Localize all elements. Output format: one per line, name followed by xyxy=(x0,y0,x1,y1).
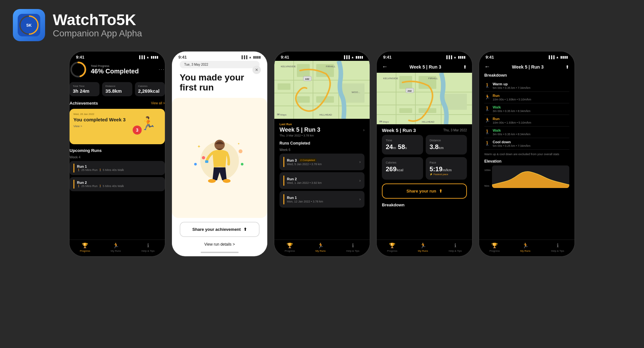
svg-text:FIRHILL: FIRHILL xyxy=(428,77,438,80)
progress-header: Total Progress 46% Completed ··· xyxy=(70,61,165,78)
svg-point-15 xyxy=(194,163,197,165)
view-run-details[interactable]: View run details > xyxy=(180,240,260,249)
achievement-big-title: You made your first run xyxy=(180,73,260,93)
run-list-item-2[interactable]: Run 2 Wed, 1 Jan 2022 • 3.92 km › xyxy=(279,172,365,189)
tab-progress-5[interactable]: 🏆 Progress xyxy=(489,242,500,252)
date-pill: Tue, 3 May 2022 xyxy=(180,61,260,68)
tab-progress-3[interactable]: 🏆 Progress xyxy=(285,242,295,252)
share-run-icon: ⬆ xyxy=(439,189,442,193)
tab-my-runs-3[interactable]: 🏃 My Runs xyxy=(316,242,326,252)
breakdown-warmup: 🚶 Warm up 5m 00s • 0.35 km • 7:34m/km xyxy=(484,80,569,92)
achievement-card[interactable]: Wed, 26 Jan 2022 You completed Week 3 Vi… xyxy=(70,109,165,144)
run-list-item-1[interactable]: Run 3 2 Completed Wed, 5 Jan 2022 • 3.78… xyxy=(279,154,365,170)
app-title-group: WatchTo5K Companion App Alpha xyxy=(53,12,142,39)
nav-header-4: ← Week 5 | Run 3 ⬆ xyxy=(377,61,472,73)
svg-rect-47 xyxy=(399,108,412,113)
screen-my-runs: 9:41 ▐▐▐ ▲ ▮▮▮▮ xyxy=(274,52,370,256)
elevation-chart xyxy=(492,165,569,188)
tab-my-runs-1[interactable]: 🏃 My Runs xyxy=(111,242,121,252)
svg-text:✦: ✦ xyxy=(197,144,201,149)
status-bar-2: 9:41 ▐▐▐ ▲ ▮▮▮▮ xyxy=(172,52,267,61)
stat-calories: Calories 2,269kcal xyxy=(135,82,165,96)
back-button-5[interactable]: ← xyxy=(484,63,490,70)
share-run-button[interactable]: Share your run ⬆ xyxy=(382,183,467,199)
breakdown-run-1: 🏃 Run 10m 00s • 1.93km • 5:10m/km xyxy=(484,92,569,103)
run-item-1[interactable]: Run 1 🚶 25 Mins Run 🚶 5 Mins 40s Walk xyxy=(70,161,165,175)
runner-illustration: ✦ ✦ · xyxy=(172,98,267,218)
svg-point-9 xyxy=(223,179,231,183)
svg-text:A82: A82 xyxy=(305,78,309,80)
tab-bar-5: 🏆 Progress 🏃 My Runs ℹ Help & Tips xyxy=(479,240,574,256)
phone-breakdown: 9:41 ▐▐▐ ▲ ▮▮▮▮ ← Week 5 | Run 3 ⬆ Break… xyxy=(478,51,575,257)
progress-content: Total Progress 46% Completed ··· Total T… xyxy=(70,61,165,193)
svg-text:✦: ✦ xyxy=(237,142,240,146)
phone-my-runs: 9:41 ▐▐▐ ▲ ▮▮▮▮ xyxy=(274,51,370,257)
breakdown-cooldown: 🚶 Cool down 5m 00s • 0.25 km • 7:34m/km xyxy=(484,138,569,150)
share-button-4[interactable]: ⬆ xyxy=(463,64,467,70)
breakdown-walk-1: 🚶 Walk 3m 00s • 0.35 km • 8:34m/km xyxy=(484,103,569,115)
svg-rect-28 xyxy=(297,96,310,103)
phone-run-detail: 9:41 ▐▐▐ ▲ ▮▮▮▮ ← Week 5 | Run 3 ⬆ xyxy=(376,51,473,257)
tab-my-runs-4[interactable]: 🏃 My Runs xyxy=(418,242,428,252)
svg-point-16 xyxy=(241,163,243,165)
tab-bar-3: 🏆 Progress 🏃 My Runs ℹ Help & Tips xyxy=(274,240,370,256)
tab-help-1[interactable]: ℹ Help & Tips xyxy=(141,242,155,252)
dots-menu[interactable]: ··· xyxy=(159,67,165,72)
phone-progress: 9:41 ▐▐▐ ▲ ▮▮▮▮ Total Pro xyxy=(69,51,166,257)
app-header: 5K WatchTo5K Companion App Alpha xyxy=(0,0,644,48)
stat-distance: Distance 3.8km xyxy=(426,135,467,155)
breakdown-section-4: Breakdown xyxy=(377,202,472,210)
stat-calories: Calories 269kcal xyxy=(382,157,423,180)
tab-help-4[interactable]: ℹ Help & Tips xyxy=(449,242,462,252)
last-run-chevron[interactable]: › xyxy=(363,128,365,132)
screen-run-detail: 9:41 ▐▐▐ ▲ ▮▮▮▮ ← Week 5 | Run 3 ⬆ xyxy=(377,52,472,256)
runs-completed: Runs Completed Week 6 Run 3 2 Completed … xyxy=(274,141,370,240)
tab-bar-4: 🏆 Progress 🏃 My Runs ℹ Help & Tips xyxy=(377,240,472,256)
svg-text:A82: A82 xyxy=(408,90,412,92)
breakdown-run-2: 🏃 Run 10m 00s • 1.93km • 5:10m/km xyxy=(484,115,569,127)
status-bar-1: 9:41 ▐▐▐ ▲ ▮▮▮▮ xyxy=(70,52,165,61)
svg-text:🗺 Maps: 🗺 Maps xyxy=(277,113,287,116)
svg-rect-49 xyxy=(444,94,467,110)
home-indicator xyxy=(201,252,239,253)
achievements-header: Achievements View all > xyxy=(70,101,165,106)
status-bar-4: 9:41 ▐▐▐ ▲ ▮▮▮▮ xyxy=(377,52,472,61)
nav-header-5: ← Week 5 | Run 3 ⬆ xyxy=(479,61,574,73)
share-achievement-button[interactable]: Share your achievement ⬆ xyxy=(180,222,260,237)
elevation-section: Elevation 100m 50m xyxy=(484,159,569,188)
screen-progress: 9:41 ▐▐▐ ▲ ▮▮▮▮ Total Pro xyxy=(70,52,165,256)
close-button[interactable]: ✕ xyxy=(252,66,261,74)
run-info-row: Week 5 | Run 3 Thu, 3 Mar 2022 xyxy=(377,124,472,135)
svg-point-17 xyxy=(239,149,242,153)
breakdown-list: Breakdown 🚶 Warm up 5m 00s • 0.35 km • 7… xyxy=(479,73,574,240)
run-stats-grid: Time 24m 58s Distance 3.8km Calories 269 xyxy=(377,135,472,180)
screen-achievement: 9:41 ▐▐▐ ▲ ▮▮▮▮ ✕ Tue, 3 May 2022 You ma… xyxy=(172,52,267,256)
svg-rect-10 xyxy=(205,160,208,163)
app-subtitle: Companion App Alpha xyxy=(53,28,142,39)
run-item-2[interactable]: Run 2 🚶 25 Mins Run 🚶 5 Mins 40s Walk xyxy=(70,177,165,191)
map-area-4: A82 KELVINSIDE FIRHILL HILLHEAD 🗺 Maps xyxy=(377,73,472,124)
run-list-item-3[interactable]: Run 1 Mon, 12 Jan 2022 • 3.78 km › xyxy=(279,191,365,208)
share-button-5[interactable]: ⬆ xyxy=(565,64,569,70)
stats-row: Total Time 3h 24m Distance 35.8km Calori… xyxy=(70,82,165,96)
svg-text:WOO...: WOO... xyxy=(352,91,360,94)
stat-time: Time 24m 58s xyxy=(382,135,423,155)
tab-progress-1[interactable]: 🏆 Progress xyxy=(80,242,90,252)
tab-help-3[interactable]: ℹ Help & Tips xyxy=(346,242,359,252)
svg-rect-27 xyxy=(278,83,290,90)
svg-point-14 xyxy=(202,156,205,159)
achievement-screen: Tue, 3 May 2022 You made your first run xyxy=(172,61,267,249)
svg-text:HILLHEAD: HILLHEAD xyxy=(319,113,332,116)
back-button-4[interactable]: ← xyxy=(382,63,388,70)
svg-text:KELVINSIDE: KELVINSIDE xyxy=(281,65,296,68)
svg-text:HILLHEAD: HILLHEAD xyxy=(422,120,434,123)
stat-distance: Distance 35.8km xyxy=(102,82,132,96)
map-area-3: A82 KELVINSIDE FIRHILL HILLHEAD WOO... 🗺… xyxy=(274,61,370,119)
last-run-section: Last Run Week 5 | Run 3 Thu, 3 Mar 2022 … xyxy=(274,119,370,141)
tab-progress-4[interactable]: 🏆 Progress xyxy=(387,242,397,252)
tab-help-5[interactable]: ℹ Help & Tips xyxy=(551,242,564,252)
tab-my-runs-5[interactable]: 🏃 My Runs xyxy=(520,242,531,252)
stat-pace: Pace 5:19m/km ⚡ Fastest pace xyxy=(426,157,467,180)
svg-text:5K: 5K xyxy=(26,23,32,28)
svg-text:🗺 Maps: 🗺 Maps xyxy=(379,120,389,123)
